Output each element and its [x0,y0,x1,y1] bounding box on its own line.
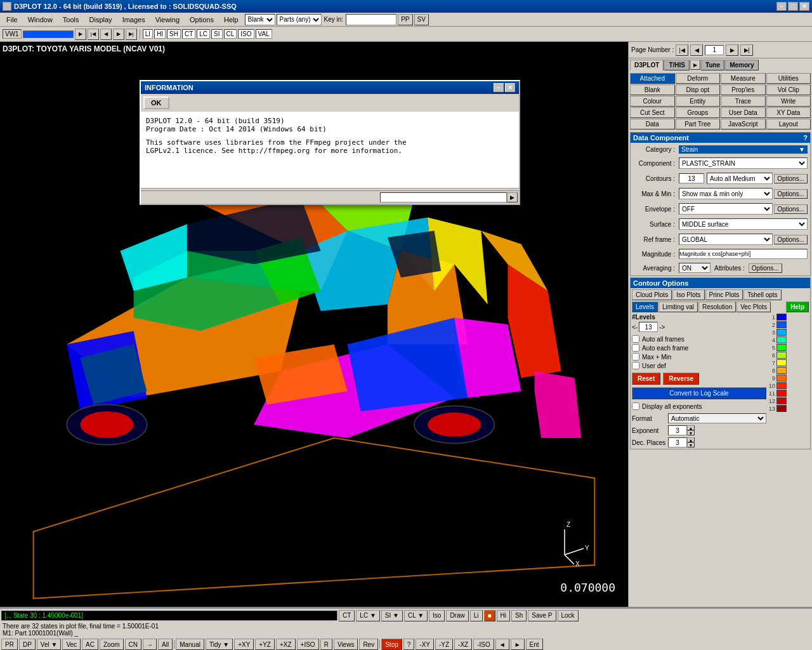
btn-manual[interactable]: Manual [176,639,204,650]
surface-select[interactable]: MIDDLE surface [679,218,808,230]
nav-groups[interactable]: Groups [676,107,721,118]
nav-write[interactable]: Write [766,96,811,107]
component-select[interactable]: PLASTIC_STRAIN [679,157,808,169]
tab-princ-plots[interactable]: Princ Plots [705,289,743,300]
menu-file[interactable]: File [3,15,22,25]
btn-minus-yz[interactable]: -YZ [435,639,453,650]
page-number-input[interactable] [705,45,724,55]
status-sh[interactable]: Sh [511,610,527,621]
nav-xy-data[interactable]: XY Data [766,107,811,118]
nav-disp-opt[interactable]: Disp opt [676,84,721,95]
levels-decrease[interactable]: <- [632,324,638,331]
btn-plus-xz[interactable]: +XZ [276,639,296,650]
btn-nav-right[interactable]: ► [511,639,525,650]
color-item-8[interactable]: 8 [768,367,809,374]
nav-trace[interactable]: Trace [721,96,766,107]
status-iso[interactable]: Iso [429,610,445,621]
levels-input[interactable] [639,322,658,332]
tab-d3plot[interactable]: D3PLOT [630,60,664,70]
maximize-button[interactable]: □ [788,2,798,11]
nav-first[interactable]: |◀ [676,44,688,56]
tab-cloud-plots[interactable]: Cloud Plots [632,289,672,300]
nav-cut-sect[interactable]: Cut Sect [630,107,675,118]
nav-measure[interactable]: Measure [721,73,766,84]
averaging-select[interactable]: ON [679,263,710,273]
tab-vec-plots[interactable]: Vec Plots [737,302,771,312]
nav-vol-clip[interactable]: Vol Clip [766,84,811,95]
color-item-13[interactable]: 13 [768,405,809,412]
color-item-12[interactable]: 12 [768,397,809,404]
color-item-2[interactable]: 2 [768,321,809,328]
btn-r[interactable]: R [320,639,332,650]
color-item-9[interactable]: 9 [768,375,809,381]
status-ct[interactable]: CT [339,610,355,621]
btn-help-q[interactable]: ? [403,639,415,650]
blank-dropdown[interactable]: Blank [245,14,275,25]
color-item-5[interactable]: 5 [768,344,809,351]
status-draw[interactable]: Draw [446,610,468,621]
dialog-scroll-right[interactable]: ▶ [507,192,518,202]
nav-start[interactable]: |◀ [88,29,99,40]
help-button[interactable]: ? [803,134,808,142]
log-scale-button[interactable]: Convert to Log Scale [632,387,766,399]
dialog-close[interactable]: ✕ [505,83,515,92]
maxmin-select[interactable]: Show max & min only [679,188,773,199]
status-lock[interactable]: Lock [558,610,579,621]
levels-increase[interactable]: -> [659,324,665,331]
btn-pr[interactable]: PR [1,639,18,650]
envelope-select[interactable]: OFF [679,203,773,215]
envelope-options-btn[interactable]: Options... [774,204,808,214]
exponent-up[interactable]: ▲ [687,425,695,430]
nav-user-data[interactable]: User Data [721,107,766,118]
max-min-checkbox[interactable] [632,353,639,361]
nav-part-tree[interactable]: Part Tree [676,119,721,129]
nav-layout[interactable]: Layout [766,119,811,129]
nav-prev-page[interactable]: ◀ [690,44,703,56]
nav-prev[interactable]: ◀ [100,29,112,40]
menu-viewing[interactable]: Viewing [152,15,183,25]
auto-each-checkbox[interactable] [632,344,639,352]
keyin-input[interactable] [346,14,396,25]
nav-attached[interactable]: Attached [630,73,675,84]
btn-tidy[interactable]: Tidy ▼ [206,639,233,650]
tab-resolution[interactable]: Resolution [698,302,736,312]
color-item-3[interactable]: 3 [768,329,809,336]
help-contour-btn[interactable]: Help [786,302,809,312]
nav-end[interactable]: ▶| [126,29,137,40]
format-select[interactable]: Automatic [668,413,766,423]
status-cl[interactable]: CL ▼ [404,610,428,621]
menu-images[interactable]: Images [119,15,149,25]
attributes-options-btn[interactable]: Options... [749,263,782,273]
tab-tune[interactable]: Tune [701,60,724,70]
tab-iso-plots[interactable]: Iso Plots [672,289,704,300]
user-def-checkbox[interactable] [632,362,639,369]
contours-mode-select[interactable]: Auto all Medium [707,173,773,184]
menu-options[interactable]: Options [186,15,218,25]
parts-dropdown[interactable]: Parts (any) [277,14,322,25]
color-item-4[interactable]: 4 [768,336,809,343]
dialog-minimize[interactable]: − [494,83,504,92]
nav-entity[interactable]: Entity [676,96,721,107]
nav-deform[interactable]: Deform [676,73,721,84]
btn-cn[interactable]: CN [125,639,141,650]
pp-button[interactable]: PP [398,14,412,25]
nav-javascript[interactable]: JavaScript [721,119,766,129]
nav-next-page[interactable]: ▶ [726,44,738,56]
btn-plus-xy[interactable]: +XY [234,639,254,650]
dec-places-down[interactable]: ▼ [687,442,695,448]
menu-display[interactable]: Display [86,15,116,25]
status-square[interactable]: ■ [484,610,495,621]
auto-all-checkbox[interactable] [632,335,639,343]
btn-ac[interactable]: AC [82,639,98,650]
color-item-10[interactable]: 10 [768,382,809,389]
btn-rev[interactable]: Rev [359,639,378,650]
dialog-ok-button[interactable]: OK [143,96,169,109]
tab-levels[interactable]: Levels [632,302,658,312]
nav-utilities[interactable]: Utilities [766,73,811,84]
maxmin-options-btn[interactable]: Options... [774,189,808,199]
nav-blank[interactable]: Blank [630,84,675,95]
tab-this[interactable]: T/HIS [664,60,690,70]
btn-vel[interactable]: Vel ▼ [37,639,62,650]
btn-minus-xz[interactable]: -XZ [454,639,472,650]
reset-button[interactable]: Reset [632,373,660,385]
